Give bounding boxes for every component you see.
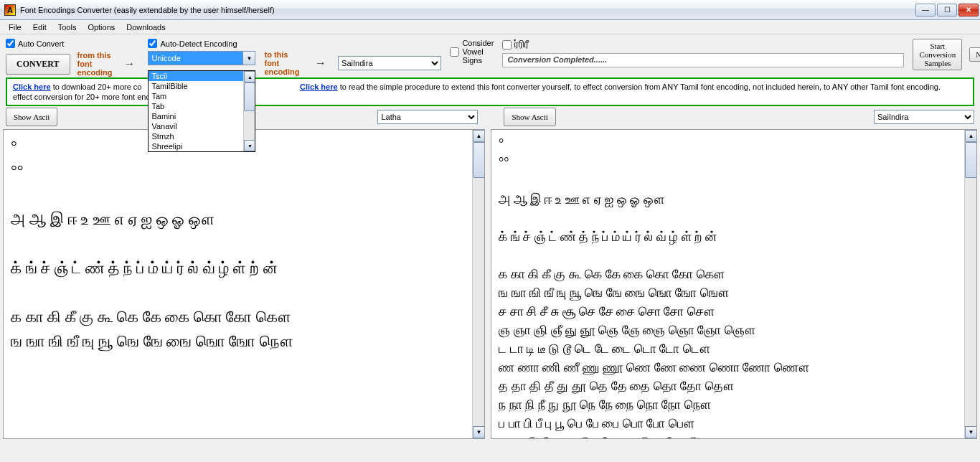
to-encoding-label: to this font encoding: [264, 50, 303, 76]
from-encoding-label: from this font encoding: [77, 51, 113, 77]
dropdown-option[interactable]: Tscii: [149, 71, 255, 81]
second-row: Show Ascii Latha Show Ascii SaiIndira: [0, 106, 980, 129]
auto-detect-checkbox[interactable]: Auto-Detect Encoding: [148, 39, 237, 48]
consider-vowel-input[interactable]: [450, 47, 459, 57]
menu-tools[interactable]: Tools: [52, 22, 83, 33]
font-left-combo[interactable]: Latha: [377, 110, 478, 124]
from-encoding-combo[interactable]: Unicode ▼: [148, 51, 255, 65]
arrow-icon: →: [311, 57, 331, 70]
auto-convert-input[interactable]: [6, 39, 15, 48]
tamil-checkbox[interactable]: ர்ரிரீ: [502, 39, 529, 50]
right-text-content[interactable]: ° °° அ ஆ இ ஈ உ ஊ எ ஏ ஐ ஒ ஓ ஔ க் ங் ச் ஞ்…: [491, 130, 976, 439]
arrow-icon: →: [119, 57, 139, 70]
scroll-thumb[interactable]: [473, 142, 485, 178]
info-right: Click here to read the simple procedure …: [293, 82, 967, 102]
content-area: ° °° அ ஆ இ ஈ உ ஊ எ ஏ ஐ ஒ ஓ ஔ க் ங் ச் ஞ்…: [0, 129, 980, 442]
scroll-thumb[interactable]: [965, 142, 977, 178]
dropdown-option[interactable]: Tab: [149, 101, 255, 111]
from-encoding-selected: Unicode: [151, 54, 180, 62]
scroll-down-icon[interactable]: ▼: [473, 426, 485, 438]
dropdown-option[interactable]: Vanavil: [149, 121, 255, 131]
menu-options[interactable]: Options: [82, 22, 121, 33]
titlebar: A Font Encodings Converter (easily exten…: [0, 0, 980, 20]
scroll-down-icon[interactable]: ▼: [244, 140, 255, 151]
auto-detect-input[interactable]: [148, 39, 157, 48]
left-scrollbar[interactable]: ▲ ▼: [472, 130, 484, 438]
minimize-button[interactable]: ―: [915, 4, 936, 16]
info-text: to download 20+ more co: [51, 82, 142, 91]
start-samples-button[interactable]: Start Conversion Samples: [913, 39, 962, 70]
dropdown-option[interactable]: Shreelipi: [149, 141, 255, 151]
info-text: to read the simple procedure to extend t…: [338, 82, 941, 91]
close-button[interactable]: ✕: [958, 4, 979, 16]
scroll-up-icon[interactable]: ▲: [473, 130, 485, 142]
app-icon: A: [4, 4, 16, 16]
tamil-checkbox-input[interactable]: [502, 40, 512, 50]
status-field: Conversion Completed......: [502, 53, 904, 67]
dropdown-scrollbar[interactable]: ▲ ▼: [243, 71, 255, 151]
procedure-link[interactable]: Click here: [300, 82, 338, 91]
download-link[interactable]: Click here: [13, 82, 51, 91]
menubar: File Edit Tools Options Downloads: [0, 20, 980, 34]
scroll-up-icon[interactable]: ▲: [244, 71, 255, 82]
maximize-button[interactable]: ☐: [937, 4, 957, 16]
menu-edit[interactable]: Edit: [27, 22, 52, 33]
window-title: Font Encodings Converter (easily extenda…: [20, 6, 915, 14]
next-button[interactable]: Next: [969, 47, 980, 62]
dropdown-option[interactable]: TamilBible: [149, 81, 255, 91]
auto-convert-checkbox[interactable]: Auto Convert: [6, 39, 64, 48]
chevron-down-icon[interactable]: ▼: [242, 52, 255, 65]
to-encoding-combo[interactable]: SaiIndira: [338, 56, 441, 70]
info-text: effect conversion for 20+ more font enc: [13, 93, 150, 101]
show-ascii-right-button[interactable]: Show Ascii: [504, 108, 555, 126]
from-encoding-dropdown[interactable]: Tscii TamilBible Tam Tab Bamini Vanavil …: [148, 70, 255, 152]
font-right-combo[interactable]: SaiIndira: [874, 110, 974, 124]
dropdown-option[interactable]: Bamini: [149, 111, 255, 121]
show-ascii-left-button[interactable]: Show Ascii: [6, 108, 57, 126]
auto-convert-label: Auto Convert: [18, 39, 64, 48]
right-scrollbar[interactable]: ▲ ▼: [964, 130, 976, 438]
scroll-up-icon[interactable]: ▲: [965, 130, 977, 142]
dropdown-option[interactable]: Stmzh: [149, 131, 255, 141]
right-text-pane[interactable]: ° °° அ ஆ இ ஈ உ ஊ எ ஏ ஐ ஒ ஓ ஔ க் ங் ச் ஞ்…: [491, 129, 977, 439]
left-text-pane[interactable]: ° °° அ ஆ இ ஈ உ ஊ எ ஏ ஐ ஒ ஓ ஔ க் ங் ச் ஞ்…: [3, 129, 485, 439]
menu-downloads[interactable]: Downloads: [121, 22, 171, 33]
toolbar: Auto Convert CONVERT from this font enco…: [0, 34, 980, 77]
menu-file[interactable]: File: [3, 22, 27, 33]
consider-vowel-checkbox[interactable]: Consider Vowel Signs: [450, 39, 494, 65]
auto-detect-label: Auto-Detect Encoding: [160, 39, 237, 48]
scroll-down-icon[interactable]: ▼: [965, 426, 977, 438]
left-text-content[interactable]: ° °° அ ஆ இ ஈ உ ஊ எ ஏ ஐ ஒ ஓ ஔ க் ங் ச் ஞ்…: [4, 130, 484, 358]
scroll-thumb[interactable]: [244, 82, 255, 111]
dropdown-option[interactable]: Tam: [149, 91, 255, 101]
tamil-checkbox-label: ர்ரிரீ: [514, 39, 529, 50]
consider-vowel-label: Consider Vowel Signs: [462, 39, 494, 65]
convert-button[interactable]: CONVERT: [6, 54, 70, 75]
